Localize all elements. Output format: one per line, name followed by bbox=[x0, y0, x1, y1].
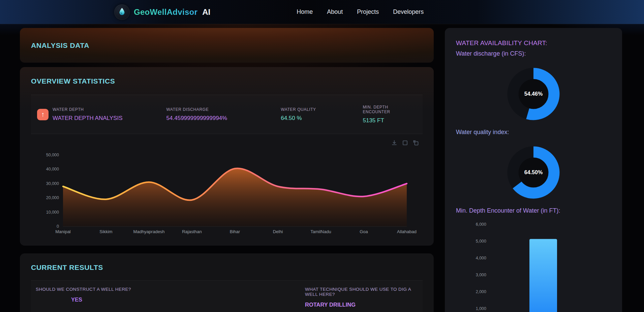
svg-text:Goa: Goa bbox=[360, 229, 368, 234]
water-availability-title: WATER AVAILABILITY CHART: bbox=[456, 39, 611, 47]
svg-text:3,000: 3,000 bbox=[476, 273, 486, 277]
stat-value: 54.459999999999994% bbox=[166, 115, 281, 122]
trend-up-icon: ↑ bbox=[37, 109, 49, 120]
nav-link-projects[interactable]: Projects bbox=[357, 8, 379, 15]
svg-text:6,000: 6,000 bbox=[476, 222, 486, 227]
water-discharge-label: Water discharge (in CFS): bbox=[456, 50, 611, 57]
qa-dig-technique: WHAT TECHNIQUE SHOULD WE USE TO DIG A WE… bbox=[305, 287, 418, 308]
qa-question: WHAT TECHNIQUE SHOULD WE USE TO DIG A WE… bbox=[305, 287, 418, 297]
stat-water-depth: WATER DEPTH WATER DEPTH ANALYSIS bbox=[53, 107, 166, 122]
svg-text:50,000: 50,000 bbox=[46, 153, 59, 157]
svg-text:Delhi: Delhi bbox=[273, 229, 283, 234]
svg-text:Manipal: Manipal bbox=[55, 229, 71, 234]
brand-name: GeoWellAdvisor bbox=[134, 7, 197, 17]
water-quality-donut-chart: 64.50% bbox=[507, 146, 560, 199]
qa-answer: YES bbox=[71, 297, 305, 303]
left-column: ANALYSIS DATA OVERVIEW STATISTICS ↑ WATE… bbox=[20, 28, 434, 312]
reset-zoom-icon[interactable] bbox=[412, 139, 419, 146]
logo bbox=[114, 4, 130, 20]
svg-text:Allahabad: Allahabad bbox=[397, 229, 417, 234]
results-qa-row: SHOULD WE CONSTRUCT A WELL HERE? YES WHA… bbox=[31, 280, 423, 312]
nav-link-home[interactable]: Home bbox=[297, 8, 313, 15]
overview-statistics-title: OVERVIEW STATISTICS bbox=[31, 77, 423, 85]
current-results-card: CURRENT RESULTS SHOULD WE CONSTRUCT A WE… bbox=[20, 253, 434, 312]
svg-text:10,000: 10,000 bbox=[46, 210, 59, 215]
svg-text:40,000: 40,000 bbox=[46, 167, 59, 171]
stats-row: ↑ WATER DEPTH WATER DEPTH ANALYSIS WATER… bbox=[31, 95, 423, 134]
svg-text:2,000: 2,000 bbox=[476, 289, 486, 294]
donut-value-label: 64.50% bbox=[507, 146, 560, 199]
stat-value: 64.50 % bbox=[281, 115, 363, 122]
svg-text:20,000: 20,000 bbox=[46, 195, 59, 200]
qa-question: SHOULD WE CONSTRUCT A WELL HERE? bbox=[36, 287, 305, 292]
water-discharge-donut-chart: 54.46% bbox=[507, 67, 560, 121]
main-content: ANALYSIS DATA OVERVIEW STATISTICS ↑ WATE… bbox=[0, 24, 644, 312]
svg-text:Bihar: Bihar bbox=[230, 229, 240, 234]
qa-construct-well: SHOULD WE CONSTRUCT A WELL HERE? YES bbox=[36, 287, 305, 308]
min-depth-label: Min. Depth Encounter of Water (in FT): bbox=[456, 207, 611, 214]
svg-text:30,000: 30,000 bbox=[46, 181, 59, 186]
stat-water-quality: WATER QUALITY 64.50 % bbox=[281, 107, 363, 122]
download-icon[interactable] bbox=[391, 139, 398, 146]
chart-toolbar bbox=[31, 139, 419, 146]
min-depth-bar-chart: 6,0005,0004,0003,0002,0001,0000 bbox=[457, 220, 611, 312]
water-drop-icon bbox=[118, 7, 126, 17]
svg-text:TamilNadu: TamilNadu bbox=[310, 229, 331, 234]
brand-suffix: AI bbox=[202, 7, 210, 17]
analysis-data-card: ANALYSIS DATA bbox=[20, 28, 434, 63]
stat-label: WATER DEPTH bbox=[53, 107, 166, 112]
svg-text:0: 0 bbox=[57, 224, 59, 229]
overview-statistics-card: OVERVIEW STATISTICS ↑ WATER DEPTH WATER … bbox=[20, 67, 434, 246]
svg-text:5,000: 5,000 bbox=[476, 239, 486, 244]
svg-text:1,000: 1,000 bbox=[476, 306, 486, 311]
brand[interactable]: GeoWellAdvisor AI bbox=[114, 4, 210, 20]
stat-water-discharge: WATER DISCHARGE 54.459999999999994% bbox=[166, 107, 281, 122]
qa-answer: ROTARY DRILLING bbox=[305, 302, 418, 308]
donut-value-label: 54.46% bbox=[507, 67, 560, 121]
selection-icon[interactable] bbox=[402, 139, 408, 146]
svg-text:4,000: 4,000 bbox=[476, 256, 486, 260]
svg-text:Sikkim: Sikkim bbox=[99, 229, 112, 234]
stat-value: 5135 FT bbox=[363, 117, 417, 124]
nav-link-developers[interactable]: Developers bbox=[393, 8, 424, 15]
navbar: GeoWellAdvisor AI Home About Projects De… bbox=[0, 0, 644, 24]
stat-label: MIN. DEPTH ENCOUNTER bbox=[363, 105, 417, 114]
nav-links: Home About Projects Developers bbox=[297, 8, 424, 15]
svg-text:Rajasthan: Rajasthan bbox=[182, 229, 202, 234]
stat-min-depth: MIN. DEPTH ENCOUNTER 5135 FT bbox=[363, 105, 417, 124]
stat-label: WATER QUALITY bbox=[281, 107, 363, 112]
stat-value: WATER DEPTH ANALYSIS bbox=[53, 115, 166, 122]
analysis-data-title: ANALYSIS DATA bbox=[31, 41, 89, 50]
water-depth-area-chart: 010,00020,00030,00040,00050,000ManipalSi… bbox=[31, 148, 423, 240]
current-results-title: CURRENT RESULTS bbox=[31, 263, 423, 272]
svg-text:Madhyapradesh: Madhyapradesh bbox=[133, 229, 164, 234]
stat-label: WATER DISCHARGE bbox=[166, 107, 281, 112]
water-quality-label: Water quality index: bbox=[456, 129, 611, 136]
nav-link-about[interactable]: About bbox=[327, 8, 343, 15]
water-availability-panel: WATER AVAILABILITY CHART: Water discharg… bbox=[445, 28, 622, 312]
